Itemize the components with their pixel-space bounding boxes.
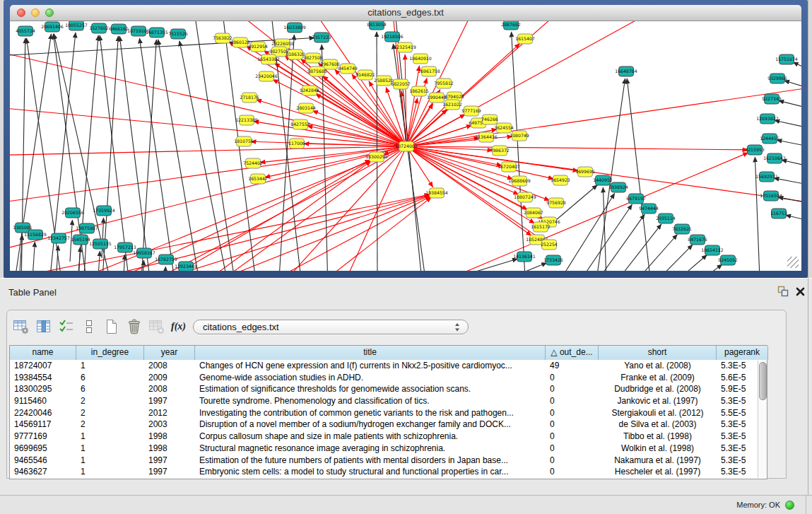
graph-edge[interactable] — [158, 196, 430, 271]
window-titlebar[interactable]: citations_edges.txt — [10, 5, 801, 21]
graph-node[interactable]: 1621022 — [442, 100, 462, 110]
graph-edge[interactable] — [164, 267, 165, 271]
table-options-button[interactable] — [13, 318, 30, 335]
graph-node[interactable]: 15692971 — [755, 172, 778, 182]
graph-node[interactable]: 1615407 — [515, 34, 535, 44]
graph-edge[interactable] — [264, 146, 406, 271]
graph-node[interactable]: 8186328 — [286, 49, 305, 59]
graph-node[interactable]: 1440952 — [593, 175, 613, 185]
graph-node[interactable]: 12325419 — [394, 42, 416, 52]
graph-edge[interactable] — [33, 242, 35, 271]
network-table-selector[interactable]: citations_edges.txt — [193, 320, 469, 334]
graph-node[interactable]: 8860128 — [230, 37, 250, 47]
table-row[interactable]: 1456911722003Disruption of a novel membe… — [10, 419, 767, 431]
graph-node[interactable]: 16543382 — [257, 54, 280, 64]
table-row[interactable]: 977716911998Corpus callosum shape and si… — [10, 431, 767, 443]
column-header-short[interactable]: short — [599, 346, 717, 360]
graph-edge[interactable] — [141, 40, 156, 271]
graph-node[interactable]: 9245052 — [718, 255, 738, 265]
canvas-resize-grip[interactable] — [787, 257, 799, 268]
graph-node[interactable]: 1545194 — [71, 235, 90, 245]
table-row[interactable]: 1938455462009Genome-wide association stu… — [10, 372, 767, 384]
graph-node[interactable]: 16210643 — [763, 153, 786, 163]
table-row[interactable]: 946362711997Embryonic stem cells: a mode… — [10, 466, 767, 478]
graph-node[interactable]: 12093822 — [756, 114, 779, 124]
graph-node[interactable]: 9329966 — [767, 74, 787, 83]
minimize-window-button[interactable] — [31, 8, 40, 17]
citation-network-graph[interactable]: 1872400775638228860128891295423226058982… — [10, 21, 801, 271]
new-column-button[interactable] — [103, 318, 120, 335]
graph-node[interactable]: 20206556 — [61, 208, 84, 218]
graph-node[interactable]: 9699695 — [575, 167, 595, 177]
graph-edge[interactable] — [774, 178, 801, 185]
graph-node[interactable]: 8454749 — [338, 64, 358, 74]
graph-node[interactable]: 7563822 — [213, 33, 233, 43]
graph-edge[interactable] — [406, 66, 419, 146]
graph-canvas[interactable]: 1872400775638228860128891295423226058982… — [10, 21, 801, 271]
graph-edge[interactable] — [406, 21, 568, 146]
graph-node[interactable]: 2803144 — [296, 103, 316, 113]
table-row[interactable]: 1872400712008Changes of HCN gene express… — [10, 360, 767, 372]
graph-node[interactable]: 21364436 — [475, 132, 498, 142]
graph-edge[interactable] — [273, 79, 406, 146]
graph-edge[interactable] — [649, 255, 707, 271]
graph-edge[interactable] — [95, 195, 430, 271]
graph-edge[interactable] — [10, 194, 430, 271]
table-scrollbar[interactable] — [758, 361, 767, 478]
graph-node[interactable]: 9227343 — [762, 94, 782, 104]
column-header-outde[interactable]: △ out_de... — [546, 346, 599, 360]
graph-node[interactable]: 1527602 — [89, 23, 109, 33]
graph-node[interactable]: 12213389 — [235, 115, 258, 125]
graph-node[interactable]: 19218506 — [381, 32, 404, 42]
graph-node[interactable]: 1080749 — [510, 131, 529, 141]
graph-node[interactable]: 18807249 — [514, 192, 536, 202]
graph-node[interactable]: 16871355 — [146, 28, 168, 37]
graph-node[interactable]: 1810755 — [234, 136, 254, 146]
graph-edge[interactable] — [793, 62, 801, 71]
graph-node[interactable]: 23420046 — [255, 71, 278, 81]
graph-node[interactable]: 8471676 — [688, 235, 707, 245]
graph-edge[interactable] — [377, 32, 377, 271]
graph-node[interactable]: 117006 — [288, 139, 305, 148]
graph-node[interactable]: 2084067 — [524, 208, 543, 218]
graph-edge[interactable] — [462, 259, 517, 271]
graph-edge[interactable] — [586, 214, 645, 271]
close-window-button[interactable] — [17, 8, 25, 17]
graph-node[interactable]: 8427552 — [290, 119, 310, 129]
graph-node[interactable]: 6822057 — [391, 79, 411, 89]
column-header-indegree[interactable]: in_degree — [76, 346, 144, 360]
graph-edge[interactable] — [139, 38, 176, 271]
graph-node[interactable]: 9756928 — [546, 198, 566, 208]
float-panel-button[interactable] — [777, 286, 789, 297]
graph-node[interactable]: 6466160 — [109, 24, 129, 34]
graph-node[interactable]: 8215953 — [745, 145, 765, 155]
graph-node[interactable]: 7524402 — [243, 158, 263, 168]
graph-edge[interactable] — [123, 255, 125, 271]
graph-edge[interactable] — [619, 235, 677, 271]
graph-node[interactable]: 16648784 — [615, 66, 637, 76]
graph-node[interactable]: 12505135 — [89, 239, 112, 249]
graph-node[interactable]: 16033809 — [283, 23, 306, 33]
graph-node[interactable]: 14136141 — [513, 252, 536, 262]
graph-node[interactable]: 12342757 — [47, 233, 70, 243]
column-header-name[interactable]: name — [10, 346, 76, 360]
scrollbar-thumb[interactable] — [759, 362, 767, 400]
graph-node[interactable]: 10654112 — [701, 245, 724, 255]
row-selection-button[interactable] — [58, 318, 75, 335]
column-options-button[interactable] — [35, 318, 52, 335]
graph-edge[interactable] — [123, 146, 406, 271]
graph-node[interactable]: 2718176 — [240, 93, 259, 103]
graph-node[interactable]: 7515526 — [168, 29, 188, 39]
graph-node[interactable]: 9654923 — [551, 175, 570, 185]
graph-node[interactable]: 19975887 — [76, 223, 98, 233]
graph-edge[interactable] — [406, 146, 748, 150]
graph-node[interactable]: 19958167 — [133, 248, 155, 258]
graph-node[interactable]: 11156829 — [24, 230, 47, 240]
graph-node[interactable]: 7955812 — [434, 78, 454, 88]
row-height-button[interactable] — [81, 318, 98, 335]
graph-node[interactable]: 10055257 — [65, 21, 88, 30]
delete-table-button[interactable] — [148, 318, 165, 335]
column-header-year[interactable]: year — [144, 346, 195, 360]
graph-node[interactable]: 9875685 — [307, 66, 327, 76]
graph-node[interactable]: 17359924 — [93, 206, 115, 216]
